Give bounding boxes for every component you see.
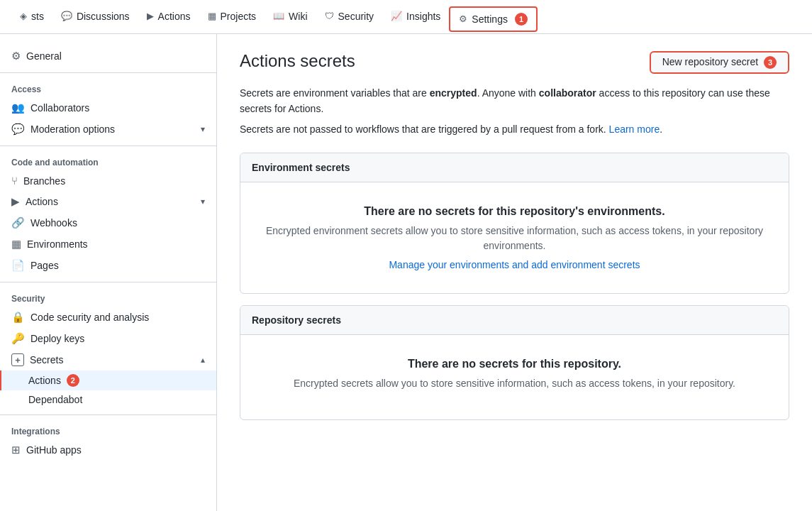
learn-more-link[interactable]: Learn more xyxy=(609,123,660,135)
collaborators-icon: 👥 xyxy=(11,101,25,114)
settings-icon: ⚙ xyxy=(459,13,467,24)
sidebar-item-general[interactable]: ⚙ General xyxy=(0,45,216,67)
sidebar-subitem-actions[interactable]: Actions 2 xyxy=(0,370,216,390)
actions-nav-icon: ▶ xyxy=(147,11,154,21)
page-layout: ⚙ General Access 👥 Collaborators 💬 Moder… xyxy=(0,34,812,511)
new-repository-secret-button[interactable]: New repository secret 3 xyxy=(650,51,789,74)
sidebar-subitem-dependabot[interactable]: Dependabot xyxy=(0,390,216,409)
projects-icon: ▦ xyxy=(208,11,216,21)
sidebar-item-deploy-keys[interactable]: 🔑 Deploy keys xyxy=(0,328,216,349)
sidebar-item-pages[interactable]: 📄 Pages xyxy=(0,255,216,276)
webhooks-icon: 🔗 xyxy=(11,216,25,229)
branches-icon: ⑂ xyxy=(11,175,18,187)
nav-item-wiki[interactable]: 📖 Wiki xyxy=(265,0,316,34)
insights-icon: 📈 xyxy=(391,11,402,21)
env-secrets-empty-desc: Encrypted environment secrets allow you … xyxy=(252,224,777,253)
environment-secrets-section: Environment secrets There are no secrets… xyxy=(240,153,789,294)
top-navigation: ◈ sts 💬 Discussions ▶ Actions ▦ Projects… xyxy=(0,0,812,34)
code-security-icon: 🔒 xyxy=(11,311,25,324)
moderation-icon: 💬 xyxy=(11,123,25,136)
sidebar-section-code: Code and automation xyxy=(0,152,216,170)
sidebar-item-code-security[interactable]: 🔒 Code security and analysis xyxy=(0,307,216,328)
sidebar-divider-4 xyxy=(0,414,216,415)
sidebar-divider-2 xyxy=(0,145,216,146)
settings-badge: 1 xyxy=(515,13,528,26)
actions-sidebar-icon: ▶ xyxy=(11,195,20,208)
nav-item-settings[interactable]: ⚙ Settings 1 xyxy=(449,6,538,32)
deploy-keys-icon: 🔑 xyxy=(11,332,25,345)
sidebar-item-moderation[interactable]: 💬 Moderation options ▾ xyxy=(0,119,216,140)
wiki-icon: 📖 xyxy=(273,11,284,21)
github-apps-icon: ⊞ xyxy=(11,444,21,456)
security-icon: 🛡 xyxy=(325,11,334,21)
sidebar-section-security: Security xyxy=(0,288,216,307)
sidebar-item-actions[interactable]: ▶ Actions ▾ xyxy=(0,191,216,212)
repo-secrets-section: Repository secrets There are no secrets … xyxy=(240,305,789,420)
repo-secrets-empty-title: There are no secrets for this repository… xyxy=(252,358,777,370)
sidebar-item-webhooks[interactable]: 🔗 Webhooks xyxy=(0,212,216,233)
sidebar-section-access: Access xyxy=(0,79,216,97)
sidebar-item-environments[interactable]: ▦ Environments xyxy=(0,233,216,255)
discussions-icon: 💬 xyxy=(61,11,72,21)
sidebar: ⚙ General Access 👥 Collaborators 💬 Moder… xyxy=(0,34,217,511)
repo-secrets-header: Repository secrets xyxy=(240,306,789,335)
new-secret-badge: 3 xyxy=(764,56,777,69)
secrets-chevron-icon: ▴ xyxy=(201,355,205,365)
nav-item-projects[interactable]: ▦ Projects xyxy=(199,0,265,34)
env-secrets-body: There are no secrets for this repository… xyxy=(240,182,789,293)
sts-icon: ◈ xyxy=(20,11,27,21)
nav-item-discussions[interactable]: 💬 Discussions xyxy=(52,0,138,34)
actions-sub-badge: 2 xyxy=(67,374,79,387)
env-secrets-empty-title: There are no secrets for this repository… xyxy=(252,205,777,218)
moderation-chevron-icon: ▾ xyxy=(201,124,205,134)
page-title: Actions secrets xyxy=(240,51,355,71)
sidebar-divider-1 xyxy=(0,72,216,73)
nav-item-security[interactable]: 🛡 Security xyxy=(316,0,383,34)
nav-item-insights[interactable]: 📈 Insights xyxy=(382,0,449,34)
sidebar-item-github-apps[interactable]: ⊞ GitHub apps xyxy=(0,439,216,461)
sidebar-item-branches[interactable]: ⑂ Branches xyxy=(0,170,216,191)
page-header: Actions secrets New repository secret 3 xyxy=(240,51,789,74)
nav-item-actions[interactable]: ▶ Actions xyxy=(138,0,199,34)
repo-secrets-empty-desc: Encrypted secrets allow you to store sen… xyxy=(252,376,777,391)
description-2: Secrets are not passed to workflows that… xyxy=(240,121,789,137)
env-secrets-header: Environment secrets xyxy=(240,153,789,182)
description-1: Secrets are environment variables that a… xyxy=(240,85,789,117)
manage-environments-link[interactable]: Manage your environments and add environ… xyxy=(389,259,640,270)
main-content: Actions secrets New repository secret 3 … xyxy=(217,34,812,511)
sidebar-section-integrations: Integrations xyxy=(0,421,216,439)
environments-icon: ▦ xyxy=(11,238,21,251)
actions-chevron-icon: ▾ xyxy=(201,197,205,207)
general-icon: ⚙ xyxy=(11,50,21,62)
nav-item-sts[interactable]: ◈ sts xyxy=(11,0,52,34)
sidebar-item-collaborators[interactable]: 👥 Collaborators xyxy=(0,97,216,119)
repo-secrets-body: There are no secrets for this repository… xyxy=(240,335,789,419)
sidebar-divider-3 xyxy=(0,282,216,282)
secrets-icon: + xyxy=(11,353,24,366)
sidebar-item-secrets[interactable]: + Secrets ▴ xyxy=(0,349,216,370)
pages-icon: 📄 xyxy=(11,259,25,272)
